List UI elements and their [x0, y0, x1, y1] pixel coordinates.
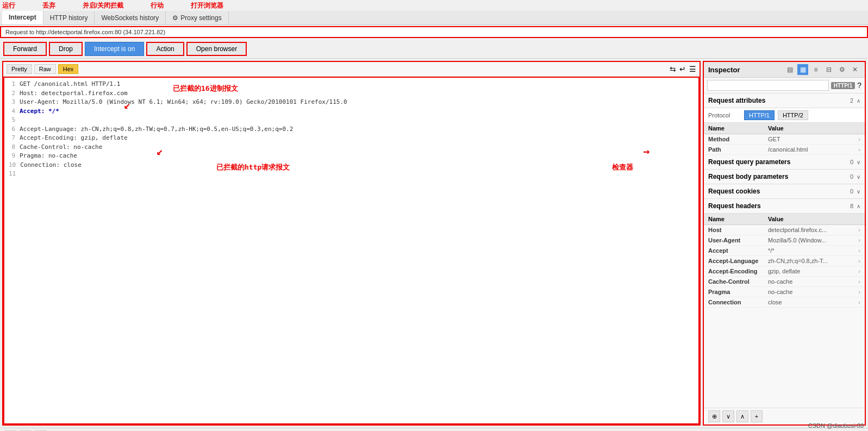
insp-add-button[interactable]: +: [751, 410, 763, 422]
table-row: 10Connection: close: [9, 161, 694, 170]
table-row: 1GET /canonical.html HTTP/1.1: [9, 80, 694, 89]
indent-icon[interactable]: ↵: [679, 65, 686, 73]
request-query-section[interactable]: Request query parameters 0 ∨: [704, 155, 865, 170]
table-row[interactable]: User-AgentMozilla/5.0 (Window...›: [704, 235, 865, 246]
raw-tab[interactable]: Raw: [34, 64, 56, 74]
table-row: 6Accept-Language: zh-CN,zh;q=0.8,zh-TW;q…: [9, 125, 694, 134]
hdr-name-header: Name: [704, 214, 764, 225]
request-cookies-section[interactable]: Request cookies 0 ∨: [704, 184, 865, 199]
request-attributes-section[interactable]: Request attributes 2 ∧: [704, 93, 865, 108]
req-headers-arrow: ∧: [857, 203, 860, 209]
tab-websockets-history[interactable]: WebSockets history: [95, 11, 166, 24]
ann-action: 行动: [151, 1, 164, 10]
inspector-close-icon[interactable]: ✕: [850, 64, 860, 75]
annotation-labels: 运行 丢弃 并启/关闭拦截 行动 打开浏览器: [0, 0, 868, 11]
question-icon[interactable]: ?: [857, 81, 861, 90]
table-row[interactable]: Accept*/*›: [704, 246, 865, 256]
table-row[interactable]: Accept-Languagezh-CN,zh;q=0.8,zh-T...›: [704, 256, 865, 266]
inspector-panel: Inspector ▤ ▦ ≡ ⊟ ⚙ ✕ HTTP/1 ? Request a…: [703, 61, 866, 426]
table-row[interactable]: Pragmano-cache›: [704, 287, 865, 297]
table-row: 7Accept-Encoding: gzip, deflate: [9, 134, 694, 143]
inspector-align-icon[interactable]: ≡: [810, 64, 821, 75]
protocol-row: Protocol HTTP/1 HTTP/2: [704, 108, 865, 123]
format-tabs: Pretty Raw Hex ⇆ ↵ ☰: [3, 62, 700, 77]
forward-button[interactable]: Forward: [3, 42, 47, 56]
request-body-section[interactable]: Request body parameters 0 ∨: [704, 170, 865, 184]
req-cookies-arrow: ∨: [857, 189, 860, 195]
watermark: CSDN @diaobusi-88: [808, 422, 864, 429]
main-container: Pretty Raw Hex ⇆ ↵ ☰ 1GET /canonical.htm…: [0, 59, 868, 428]
inspector-split-icon[interactable]: ⊟: [823, 64, 834, 75]
ann-toggle: 并启/关闭拦截: [83, 1, 123, 10]
attr-name-header: Name: [704, 123, 764, 134]
drop-button[interactable]: Drop: [49, 42, 83, 56]
tab-bar: Intercept HTTP history WebSockets histor…: [0, 11, 868, 25]
open-browser-button[interactable]: Open browser: [186, 42, 247, 56]
table-row[interactable]: Hostdetectportal.firefox.c...›: [704, 225, 865, 235]
tab-intercept[interactable]: Intercept: [2, 11, 43, 24]
attr-value-header: Value: [764, 123, 854, 134]
inspector-detail-icon[interactable]: ▦: [797, 64, 808, 75]
wrap-icon[interactable]: ⇆: [670, 65, 676, 73]
request-body-editor[interactable]: 1GET /canonical.html HTTP/1.12Host: dete…: [3, 77, 700, 424]
request-headers-table: Name Value Hostdetectportal.firefox.c...…: [704, 214, 865, 308]
inspector-search-input[interactable]: [707, 80, 829, 91]
intercept-toggle-button[interactable]: Intercept is on: [85, 42, 144, 56]
table-row[interactable]: Connectionclose›: [704, 297, 865, 308]
http2-protocol-button[interactable]: HTTP/2: [778, 110, 808, 120]
tab-http-history[interactable]: HTTP history: [43, 11, 95, 24]
bottom-bar: ⚙ ◀ ▶ 0 matches: [0, 428, 868, 431]
req-query-arrow: ∨: [857, 159, 860, 165]
url-bar: Request to http://detectportal.firefox.c…: [0, 26, 868, 38]
http1-badge: HTTP/1: [831, 82, 855, 89]
inspector-header: Inspector ▤ ▦ ≡ ⊟ ⚙ ✕: [704, 62, 865, 78]
req-attr-arrow: ∧: [857, 98, 860, 104]
table-row: 3User-Agent: Mozilla/5.0 (Windows NT 6.1…: [9, 98, 694, 107]
hex-tab[interactable]: Hex: [58, 64, 79, 74]
request-attributes-table: Name Value MethodGET›Path/canonical.html…: [704, 123, 865, 155]
req-body-arrow: ∨: [857, 174, 860, 180]
table-row[interactable]: Path/canonical.html›: [704, 145, 865, 155]
table-row: 8Cache-Control: no-cache: [9, 143, 694, 152]
ann-run: 运行: [2, 1, 15, 10]
table-row[interactable]: Cache-Controlno-cache›: [704, 277, 865, 287]
table-row[interactable]: MethodGET›: [704, 134, 865, 145]
inspector-settings-icon[interactable]: ⚙: [836, 64, 847, 75]
request-headers-section[interactable]: Request headers 8 ∧: [704, 199, 865, 214]
ann-discard: 丢弃: [42, 1, 55, 10]
table-row: 2Host: detectportal.firefox.com: [9, 89, 694, 98]
insp-copy-button[interactable]: ⊕: [708, 410, 720, 422]
action-button[interactable]: Action: [146, 42, 184, 56]
table-row[interactable]: Accept-Encodinggzip, deflate›: [704, 266, 865, 277]
tab-proxy-settings[interactable]: ⚙ Proxy settings: [166, 11, 228, 24]
request-editor-panel: Pretty Raw Hex ⇆ ↵ ☰ 1GET /canonical.htm…: [2, 61, 701, 426]
pretty-tab[interactable]: Pretty: [7, 64, 32, 74]
table-row: 11: [9, 170, 694, 179]
inspector-search-bar: HTTP/1 ?: [704, 78, 865, 93]
code-lines: 1GET /canonical.html HTTP/1.12Host: dete…: [9, 80, 694, 179]
inspector-list-icon[interactable]: ▤: [784, 64, 795, 75]
toolbar: Forward Drop Intercept is on Action Open…: [0, 39, 868, 59]
http1-protocol-button[interactable]: HTTP/1: [744, 110, 775, 120]
insp-down-button[interactable]: ∨: [722, 410, 734, 422]
inspector-content: Request attributes 2 ∧ Protocol HTTP/1 H…: [704, 93, 865, 408]
table-row: 5: [9, 116, 694, 125]
inspector-title: Inspector: [708, 66, 782, 74]
menu-icon[interactable]: ☰: [689, 65, 696, 73]
insp-up-button[interactable]: ∧: [736, 410, 748, 422]
table-row: 4Accept: */*: [9, 107, 694, 116]
hdr-value-header: Value: [764, 214, 854, 225]
gear-icon: ⚙: [172, 14, 178, 22]
ann-open-browser: 打开浏览器: [191, 1, 223, 10]
table-row: 9Pragma: no-cache: [9, 152, 694, 161]
